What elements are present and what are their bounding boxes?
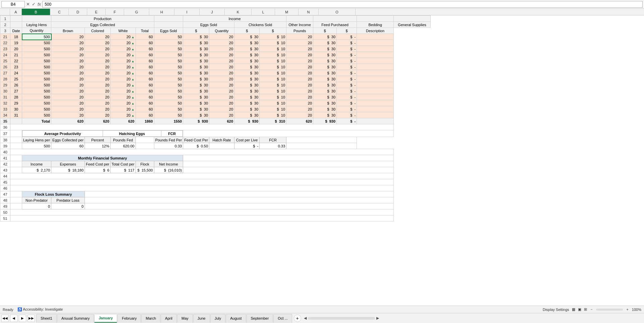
cell-21e[interactable]: 20 ▲	[110, 34, 136, 40]
col-header-n[interactable]: N	[299, 9, 319, 15]
cell-2a[interactable]	[10, 22, 22, 28]
row-39: 39 500 60 12% 620.00 0.33 $ 0.50 $ - 0.3…	[0, 143, 431, 149]
cell-2i-chickens[interactable]: Chickens Sold	[234, 22, 286, 28]
col-header-b[interactable]: B	[22, 9, 50, 15]
cell-2b-laying[interactable]: Laying Hens	[22, 22, 51, 28]
col-header-f[interactable]: F	[106, 9, 124, 15]
cell-reference[interactable]	[1, 1, 25, 8]
pv-fcp[interactable]: $ 0.50	[183, 143, 209, 149]
col-header-h[interactable]: H	[149, 9, 174, 15]
fv-flock[interactable]: $ 15,500	[136, 167, 154, 173]
cell-21m[interactable]: $ 30	[313, 34, 337, 40]
col-header-g[interactable]: G	[124, 9, 149, 15]
fv-income[interactable]: $ 2,170	[22, 167, 51, 173]
cell-1g[interactable]	[154, 16, 183, 22]
table-row: 27 24 500 20 20 20 ▲ 60 50 $ 30 20 $ 30 …	[0, 70, 431, 76]
fv-netincome[interactable]: $ (16,010)	[154, 167, 183, 173]
cell-3l-pounds[interactable]: Pounds	[286, 28, 313, 34]
cell-3f-total[interactable]: Total	[136, 28, 154, 34]
col-header-e[interactable]: E	[87, 9, 106, 15]
fv-totalcost[interactable]: $ 117	[110, 167, 136, 173]
pv-percent[interactable]: 12%	[85, 143, 111, 149]
productivity-title: Average Productivity	[22, 131, 103, 137]
cell-3i-qty[interactable]: Quantity	[209, 28, 234, 34]
cell-3j-dollar[interactable]: $	[234, 28, 260, 34]
cell-1o-expenses[interactable]	[394, 16, 431, 22]
productivity-table: Average Productivity Hatching Eggs FCR	[22, 130, 183, 137]
cancel-icon[interactable]: ✕	[26, 2, 30, 7]
table-row: 29 26 500 20 20 20 ▲ 60 50 $ 30 20 $ 30 …	[0, 82, 431, 88]
cell-2h-eggs-sold[interactable]: Eggs Sold	[183, 22, 234, 28]
cell-3o-desc[interactable]: Description	[357, 28, 394, 34]
col-header-d[interactable]: D	[69, 9, 87, 15]
cell-1l[interactable]	[313, 16, 357, 22]
pv-pounds[interactable]: 620.00	[110, 143, 136, 149]
cell-3c-brown[interactable]: Brown	[51, 28, 85, 34]
cell-21l[interactable]: 20	[286, 34, 313, 40]
cell-2c-eggs[interactable]: Eggs Collected	[51, 22, 154, 28]
cell-1n[interactable]	[357, 16, 394, 22]
pv-pfp[interactable]: 0.33	[154, 143, 183, 149]
col-header-c[interactable]: C	[50, 9, 69, 15]
col-header-a[interactable]: A	[10, 9, 22, 15]
flv-pred[interactable]: 0	[51, 203, 85, 209]
cell-3h-dollar[interactable]: $	[183, 28, 209, 34]
pv-cost-live[interactable]: $ -	[234, 143, 260, 149]
row-44: 44	[0, 173, 431, 179]
pv-fcr[interactable]: 0.33	[260, 143, 286, 149]
cell-1k[interactable]	[286, 16, 313, 22]
cell-2g[interactable]	[154, 22, 183, 28]
cell-21n[interactable]: $ -	[337, 34, 357, 40]
fv-expenses[interactable]: $ 18,180	[51, 167, 85, 173]
cell-21j[interactable]: $ 30	[234, 34, 260, 40]
cell-3b-qty[interactable]: Quantity	[22, 28, 51, 34]
col-header-j[interactable]: J	[200, 9, 225, 15]
col-header-m[interactable]: M	[275, 9, 299, 15]
flv-nonpred[interactable]: 0	[22, 203, 51, 209]
pv-hatch[interactable]	[209, 143, 234, 149]
fh-income: Income	[22, 161, 51, 167]
row-num: 1	[0, 16, 10, 22]
cell-3k-dollar[interactable]: $	[260, 28, 286, 34]
row-num-3: 3	[0, 28, 10, 34]
cell-21k[interactable]: $ 10	[260, 34, 286, 40]
cell-2n-bedding[interactable]: Bedding	[357, 22, 394, 28]
col-header-o[interactable]: O	[319, 9, 356, 15]
confirm-icon[interactable]: ✓	[32, 2, 36, 7]
cell-3d-colored[interactable]: Colored	[85, 28, 111, 34]
total-label[interactable]: Total	[22, 118, 51, 124]
cell-21c[interactable]: 20	[51, 34, 85, 40]
row-42: 42 Income Expenses Feed Cost per Total C…	[0, 161, 431, 167]
cell-3e-white[interactable]: White	[110, 28, 136, 34]
col-header-i[interactable]: I	[174, 9, 200, 15]
table-row: 33 30 500 20 20 20 ▲ 60 50 $ 30 20 $ 30 …	[0, 106, 431, 112]
formula-input[interactable]	[42, 1, 643, 8]
cell-21h[interactable]: $ 30	[183, 34, 209, 40]
cell-1a[interactable]	[10, 16, 22, 22]
cell-21o[interactable]	[357, 34, 394, 40]
cell-2l-feed[interactable]: Feed Purchased	[313, 22, 357, 28]
cell-21g[interactable]: 50	[154, 34, 183, 40]
cell-1h-income[interactable]: Income	[183, 16, 286, 22]
cell-2o-supplies[interactable]: General Supplies	[394, 22, 431, 28]
cell-21b[interactable]: 500	[22, 34, 51, 40]
cell-3m-dollar[interactable]: $	[313, 28, 337, 34]
col-header-k[interactable]: K	[225, 9, 252, 15]
fv-feedcost[interactable]: $ 6	[85, 167, 111, 173]
cell-2k-other[interactable]: Other Income	[286, 22, 313, 28]
cell-21f[interactable]: 60	[136, 34, 154, 40]
cell-21a[interactable]: 18	[10, 34, 22, 40]
insert-function-icon[interactable]: fx	[38, 2, 41, 7]
col-header-l[interactable]: L	[252, 9, 275, 15]
sheet-container[interactable]: 1 Production Income 2 Laying Hens Eggs C…	[0, 15, 644, 304]
cell-1c-production[interactable]: Production	[51, 16, 154, 22]
cell-1b[interactable]	[22, 16, 51, 22]
cell-3g-eggs-sold[interactable]: Eggs Sold	[154, 28, 183, 34]
spreadsheet: 1 Production Income 2 Laying Hens Eggs C…	[0, 15, 431, 221]
pv-eggs[interactable]: 60	[51, 143, 85, 149]
pv-laying[interactable]: 500	[22, 143, 51, 149]
cell-21d[interactable]: 20	[85, 34, 111, 40]
cell-3a-date[interactable]: Date	[10, 28, 22, 34]
cell-3n-dollar[interactable]: $	[337, 28, 357, 34]
cell-21i[interactable]: 20	[209, 34, 234, 40]
